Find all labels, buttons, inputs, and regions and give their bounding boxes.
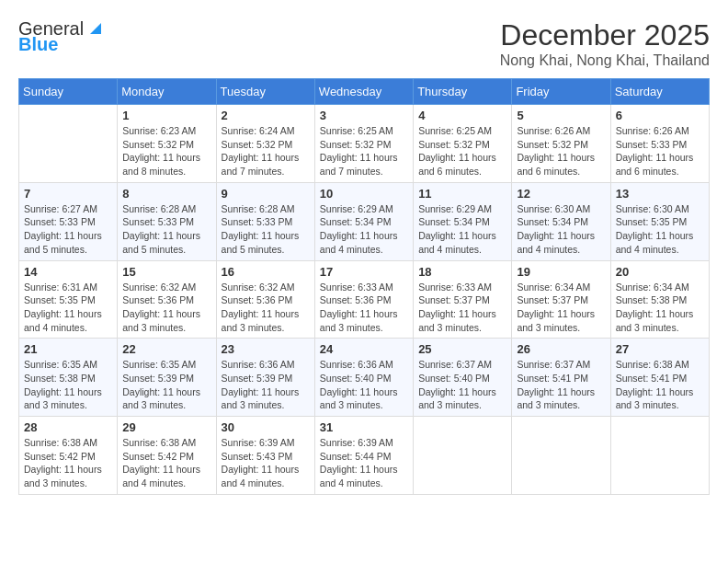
calendar-cell: 31Sunrise: 6:39 AM Sunset: 5:44 PM Dayli… (314, 417, 413, 495)
title-block: December 2025 Nong Khai, Nong Khai, Thai… (500, 18, 710, 69)
day-info: Sunrise: 6:26 AM Sunset: 5:33 PM Dayligh… (616, 124, 704, 178)
day-info: Sunrise: 6:30 AM Sunset: 5:34 PM Dayligh… (517, 202, 605, 257)
weekday-header-thursday: Thursday (414, 79, 512, 105)
day-info: Sunrise: 6:32 AM Sunset: 5:36 PM Dayligh… (222, 281, 310, 335)
calendar-cell: 26Sunrise: 6:37 AM Sunset: 5:41 PM Dayli… (512, 339, 610, 417)
day-info: Sunrise: 6:29 AM Sunset: 5:34 PM Dayligh… (418, 202, 506, 257)
calendar-cell: 16Sunrise: 6:32 AM Sunset: 5:36 PM Dayli… (216, 260, 314, 339)
svg-marker-0 (90, 23, 101, 34)
calendar-cell: 18Sunrise: 6:33 AM Sunset: 5:37 PM Dayli… (414, 260, 512, 339)
calendar-cell (414, 417, 512, 495)
month-title: December 2025 (500, 18, 710, 52)
day-number: 24 (320, 342, 408, 356)
calendar-cell (19, 105, 118, 183)
day-number: 28 (24, 420, 112, 434)
day-number: 23 (222, 342, 310, 356)
calendar-table: SundayMondayTuesdayWednesdayThursdayFrid… (18, 78, 710, 495)
day-info: Sunrise: 6:30 AM Sunset: 5:35 PM Dayligh… (616, 202, 704, 257)
day-info: Sunrise: 6:39 AM Sunset: 5:44 PM Dayligh… (320, 436, 408, 490)
weekday-header-sunday: Sunday (19, 79, 118, 105)
day-number: 18 (418, 265, 506, 279)
calendar-week-row: 7Sunrise: 6:27 AM Sunset: 5:33 PM Daylig… (19, 182, 710, 260)
day-info: Sunrise: 6:27 AM Sunset: 5:33 PM Dayligh… (24, 202, 112, 257)
weekday-header-tuesday: Tuesday (216, 79, 314, 105)
day-number: 19 (517, 265, 605, 279)
day-number: 27 (616, 342, 704, 356)
day-number: 15 (122, 265, 210, 279)
day-number: 7 (24, 187, 112, 201)
day-number: 17 (320, 265, 408, 279)
calendar-cell: 23Sunrise: 6:36 AM Sunset: 5:39 PM Dayli… (216, 339, 314, 417)
day-info: Sunrise: 6:38 AM Sunset: 5:42 PM Dayligh… (24, 436, 112, 490)
calendar-cell: 1Sunrise: 6:23 AM Sunset: 5:32 PM Daylig… (118, 105, 216, 183)
calendar-cell: 20Sunrise: 6:34 AM Sunset: 5:38 PM Dayli… (610, 260, 709, 339)
calendar-cell: 14Sunrise: 6:31 AM Sunset: 5:35 PM Dayli… (19, 260, 118, 339)
calendar-cell (512, 417, 610, 495)
day-number: 8 (122, 187, 210, 201)
day-info: Sunrise: 6:28 AM Sunset: 5:33 PM Dayligh… (122, 202, 210, 257)
day-number: 31 (320, 420, 408, 434)
calendar-cell: 25Sunrise: 6:37 AM Sunset: 5:40 PM Dayli… (414, 339, 512, 417)
day-info: Sunrise: 6:38 AM Sunset: 5:42 PM Dayligh… (122, 436, 210, 490)
day-number: 29 (122, 420, 210, 434)
day-number: 13 (616, 187, 704, 201)
day-info: Sunrise: 6:23 AM Sunset: 5:32 PM Dayligh… (122, 124, 210, 178)
logo-triangle-icon (85, 17, 105, 38)
calendar-week-row: 21Sunrise: 6:35 AM Sunset: 5:38 PM Dayli… (19, 339, 710, 417)
calendar-cell: 11Sunrise: 6:29 AM Sunset: 5:34 PM Dayli… (414, 182, 512, 260)
calendar-cell: 10Sunrise: 6:29 AM Sunset: 5:34 PM Dayli… (314, 182, 413, 260)
day-info: Sunrise: 6:34 AM Sunset: 5:37 PM Dayligh… (517, 281, 605, 335)
calendar-week-row: 14Sunrise: 6:31 AM Sunset: 5:35 PM Dayli… (19, 260, 710, 339)
calendar-week-row: 1Sunrise: 6:23 AM Sunset: 5:32 PM Daylig… (19, 105, 710, 183)
day-number: 6 (616, 109, 704, 122)
calendar-cell: 9Sunrise: 6:28 AM Sunset: 5:33 PM Daylig… (216, 182, 314, 260)
day-number: 21 (24, 342, 112, 356)
day-info: Sunrise: 6:38 AM Sunset: 5:41 PM Dayligh… (616, 358, 704, 412)
day-number: 20 (616, 265, 704, 279)
calendar-cell: 13Sunrise: 6:30 AM Sunset: 5:35 PM Dayli… (610, 182, 709, 260)
day-info: Sunrise: 6:31 AM Sunset: 5:35 PM Dayligh… (24, 281, 112, 335)
day-info: Sunrise: 6:33 AM Sunset: 5:37 PM Dayligh… (418, 281, 506, 335)
calendar-cell: 7Sunrise: 6:27 AM Sunset: 5:33 PM Daylig… (19, 182, 118, 260)
location-title: Nong Khai, Nong Khai, Thailand (500, 52, 710, 69)
day-info: Sunrise: 6:36 AM Sunset: 5:40 PM Dayligh… (320, 358, 408, 412)
calendar-header-row: SundayMondayTuesdayWednesdayThursdayFrid… (19, 79, 710, 105)
day-number: 1 (122, 109, 210, 122)
day-info: Sunrise: 6:37 AM Sunset: 5:41 PM Dayligh… (517, 358, 605, 412)
weekday-header-wednesday: Wednesday (314, 79, 413, 105)
day-number: 4 (418, 109, 506, 122)
calendar-cell: 8Sunrise: 6:28 AM Sunset: 5:33 PM Daylig… (118, 182, 216, 260)
calendar-cell: 28Sunrise: 6:38 AM Sunset: 5:42 PM Dayli… (19, 417, 118, 495)
day-number: 12 (517, 187, 605, 201)
calendar-cell: 27Sunrise: 6:38 AM Sunset: 5:41 PM Dayli… (610, 339, 709, 417)
calendar-cell: 30Sunrise: 6:39 AM Sunset: 5:43 PM Dayli… (216, 417, 314, 495)
day-number: 5 (517, 109, 605, 122)
day-info: Sunrise: 6:25 AM Sunset: 5:32 PM Dayligh… (320, 124, 408, 178)
day-info: Sunrise: 6:29 AM Sunset: 5:34 PM Dayligh… (320, 202, 408, 257)
weekday-header-monday: Monday (118, 79, 216, 105)
weekday-header-saturday: Saturday (610, 79, 709, 105)
calendar-cell: 21Sunrise: 6:35 AM Sunset: 5:38 PM Dayli… (19, 339, 118, 417)
calendar-cell (610, 417, 709, 495)
day-info: Sunrise: 6:26 AM Sunset: 5:32 PM Dayligh… (517, 124, 605, 178)
day-number: 30 (222, 420, 310, 434)
day-number: 25 (418, 342, 506, 356)
weekday-header-friday: Friday (512, 79, 610, 105)
day-info: Sunrise: 6:25 AM Sunset: 5:32 PM Dayligh… (418, 124, 506, 178)
day-number: 22 (122, 342, 210, 356)
day-number: 10 (320, 187, 408, 201)
day-number: 14 (24, 265, 112, 279)
calendar-cell: 19Sunrise: 6:34 AM Sunset: 5:37 PM Dayli… (512, 260, 610, 339)
day-info: Sunrise: 6:32 AM Sunset: 5:36 PM Dayligh… (122, 281, 210, 335)
calendar-cell: 2Sunrise: 6:24 AM Sunset: 5:32 PM Daylig… (216, 105, 314, 183)
day-info: Sunrise: 6:35 AM Sunset: 5:39 PM Dayligh… (122, 358, 210, 412)
day-info: Sunrise: 6:24 AM Sunset: 5:32 PM Dayligh… (222, 124, 310, 178)
logo-blue-text: Blue (18, 34, 58, 55)
day-number: 11 (418, 187, 506, 201)
calendar-cell: 22Sunrise: 6:35 AM Sunset: 5:39 PM Dayli… (118, 339, 216, 417)
day-info: Sunrise: 6:37 AM Sunset: 5:40 PM Dayligh… (418, 358, 506, 412)
day-info: Sunrise: 6:28 AM Sunset: 5:33 PM Dayligh… (222, 202, 310, 257)
calendar-week-row: 28Sunrise: 6:38 AM Sunset: 5:42 PM Dayli… (19, 417, 710, 495)
page-header: General Blue December 2025 Nong Khai, No… (18, 18, 710, 69)
calendar-cell: 24Sunrise: 6:36 AM Sunset: 5:40 PM Dayli… (314, 339, 413, 417)
